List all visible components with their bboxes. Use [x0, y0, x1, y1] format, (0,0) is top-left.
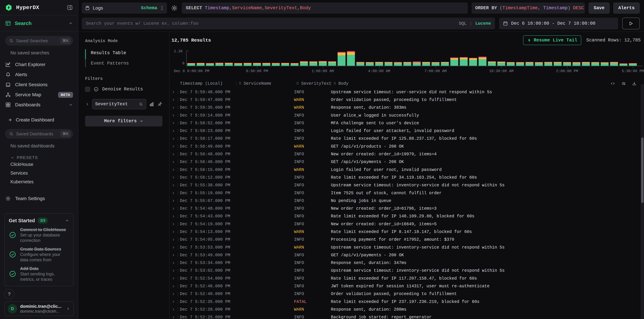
- scrollbar-thumb[interactable]: [641, 138, 644, 203]
- table-row[interactable]: Dec 7 5:52:35.000 PM FATAL Rate limit ex…: [172, 298, 644, 306]
- histogram-bar[interactable]: [422, 62, 430, 66]
- table-row[interactable]: Dec 7 5:54:43.000 PM INFO Rate limit exc…: [172, 213, 644, 220]
- histogram-bar[interactable]: [554, 62, 562, 66]
- histogram-bar[interactable]: [450, 57, 458, 66]
- severity-filter-field[interactable]: SeverityText: [92, 99, 146, 109]
- histogram-bar[interactable]: [225, 63, 233, 66]
- histogram-bar[interactable]: [375, 62, 383, 66]
- row-expand-icon[interactable]: [172, 246, 175, 249]
- date-range-picker[interactable]: Dec 6 18:00:00 - Dec 7 18:00:00: [499, 17, 618, 29]
- presets-toggle[interactable]: PRESETS: [10, 155, 78, 160]
- table-row[interactable]: Dec 7 5:55:07.000 PM INFO No pending job…: [172, 197, 644, 205]
- row-expand-icon[interactable]: [172, 98, 175, 102]
- histogram-bar[interactable]: [404, 62, 411, 66]
- table-row[interactable]: Dec 7 5:59:35.000 PM WARN Response sent,…: [172, 104, 644, 111]
- chevron-up-icon[interactable]: [65, 218, 69, 223]
- column-header-servicename[interactable]: ⠿ServiceName: [236, 81, 294, 86]
- chevron-up-icon[interactable]: [69, 103, 73, 107]
- row-expand-icon[interactable]: [172, 137, 175, 141]
- histogram-bar[interactable]: [234, 63, 242, 66]
- histogram-bar[interactable]: [526, 62, 534, 66]
- get-started-item-connect[interactable]: Connect to ClickHouse Set up your databa…: [9, 227, 69, 243]
- chevron-up-icon[interactable]: [68, 21, 73, 26]
- sidebar-item-chart-explorer[interactable]: Chart Explorer: [0, 59, 78, 70]
- preset-item[interactable]: Services: [10, 169, 78, 177]
- histogram-bar[interactable]: [206, 63, 214, 66]
- table-row[interactable]: Dec 7 5:52:46.000 PM INFO JWT token expi…: [172, 282, 644, 290]
- table-row[interactable]: Dec 7 5:55:38.000 PM INFO Upstream servi…: [172, 181, 644, 189]
- row-expand-icon[interactable]: [172, 114, 175, 117]
- table-row[interactable]: Dec 7 5:54:19.000 PM INFO New order crea…: [172, 220, 644, 228]
- histogram-bar[interactable]: [582, 62, 590, 66]
- language-toggle-sql[interactable]: SQL: [459, 21, 467, 26]
- row-expand-icon[interactable]: [172, 215, 175, 218]
- histogram-bar[interactable]: [478, 57, 486, 66]
- table-row[interactable]: Dec 7 5:53:02.000 PM INFO Upstream servi…: [172, 267, 644, 275]
- histogram-bar[interactable]: [356, 62, 364, 66]
- histogram-bar[interactable]: [563, 62, 571, 66]
- row-expand-icon[interactable]: [172, 129, 175, 133]
- table-row[interactable]: Dec 7 5:54:48.000 PM INFO New order crea…: [172, 205, 644, 212]
- histogram-bar[interactable]: [328, 61, 336, 66]
- user-profile-card[interactable]: D dominic.tran@clic... dominic.tran@clic…: [4, 302, 74, 316]
- row-expand-icon[interactable]: [172, 160, 175, 164]
- mode-event-patterns[interactable]: Event Patterns: [91, 58, 162, 69]
- source-settings-gear-icon[interactable]: [171, 4, 178, 12]
- select-columns-input[interactable]: SELECT Timestamp,ServiceName,SeverityTex…: [182, 2, 468, 13]
- scrollbar-track[interactable]: [641, 84, 644, 319]
- histogram-bar[interactable]: [366, 62, 374, 66]
- table-row[interactable]: Dec 7 5:59:47.000 PM WARN Order validati…: [172, 96, 644, 104]
- table-row[interactable]: Dec 7 5:58:52.000 PM INFO MFA challenge …: [172, 119, 644, 127]
- more-filters-button[interactable]: More filters: [85, 116, 162, 126]
- row-expand-icon[interactable]: [172, 184, 175, 187]
- sidebar-item-service-map[interactable]: Service Map BETA: [0, 90, 78, 100]
- histogram-bar[interactable]: [338, 52, 346, 66]
- table-row[interactable]: Dec 7 5:53:34.000 PM INFO Response sent,…: [172, 259, 644, 267]
- table-row[interactable]: Dec 7 5:56:48.000 PM INFO New order crea…: [172, 150, 644, 158]
- source-select[interactable]: Logs Schema: [82, 2, 167, 13]
- table-row[interactable]: Dec 7 5:52:54.000 PM INFO Rate limit exc…: [172, 275, 644, 282]
- table-row[interactable]: Dec 7 5:54:13.000 PM WARN Rate limit exc…: [172, 228, 644, 236]
- histogram-bar[interactable]: [610, 62, 618, 66]
- language-toggle-lucene[interactable]: Lucene: [475, 21, 491, 26]
- table-row[interactable]: Dec 7 5:53:53.000 PM WARN Upstream servi…: [172, 244, 644, 251]
- histogram-bar[interactable]: [507, 62, 515, 66]
- table-row[interactable]: Dec 7 5:52:40.000 PM INFO Order validati…: [172, 290, 644, 298]
- column-header-body[interactable]: ⠿Body: [331, 81, 610, 86]
- sidebar-item-dashboards[interactable]: Dashboards: [0, 100, 78, 110]
- row-expand-icon[interactable]: [172, 261, 175, 265]
- histogram-bar[interactable]: [441, 62, 449, 66]
- row-expand-icon[interactable]: [172, 285, 175, 288]
- mode-results-table[interactable]: Results Table: [91, 48, 162, 58]
- save-button[interactable]: Save: [589, 2, 610, 13]
- histogram-bar[interactable]: [516, 62, 524, 66]
- saved-dashboards-search[interactable]: ⌘K: [5, 129, 73, 139]
- column-header-timestamp[interactable]: Timestamp (Local): [180, 81, 236, 86]
- code-view-icon[interactable]: [610, 81, 615, 86]
- pin-icon[interactable]: [157, 101, 162, 107]
- preset-item[interactable]: Kubernetes: [10, 177, 78, 186]
- row-expand-icon[interactable]: [172, 207, 175, 211]
- row-expand-icon[interactable]: [172, 176, 175, 179]
- chart-toggle-icon[interactable]: [149, 101, 154, 107]
- sidebar-collapse-icon[interactable]: [66, 4, 73, 11]
- table-row[interactable]: Dec 7 5:52:25.000 PM INFO Background job…: [172, 314, 644, 319]
- histogram-bar[interactable]: [591, 62, 599, 66]
- histogram-bar[interactable]: [216, 63, 223, 66]
- histogram-bar[interactable]: [572, 62, 580, 66]
- wrap-lines-icon[interactable]: [621, 81, 626, 86]
- histogram-bar[interactable]: [460, 57, 468, 66]
- row-expand-icon[interactable]: [172, 300, 175, 304]
- row-expand-icon[interactable]: [172, 106, 175, 109]
- resume-live-tail-button[interactable]: Resume Live Tail: [523, 35, 581, 45]
- histogram-bar[interactable]: [244, 63, 252, 66]
- histogram-bar[interactable]: [601, 62, 608, 66]
- histogram-bar[interactable]: [187, 63, 195, 66]
- row-expand-icon[interactable]: [172, 152, 175, 156]
- help-button[interactable]: ?: [4, 289, 14, 299]
- histogram-bar[interactable]: [319, 61, 327, 66]
- histogram-bar[interactable]: [253, 63, 261, 66]
- saved-dashboards-input[interactable]: [16, 131, 58, 137]
- table-row[interactable]: Dec 7 5:56:15.000 PM WARN Login failed f…: [172, 166, 644, 174]
- row-expand-icon[interactable]: [172, 230, 175, 234]
